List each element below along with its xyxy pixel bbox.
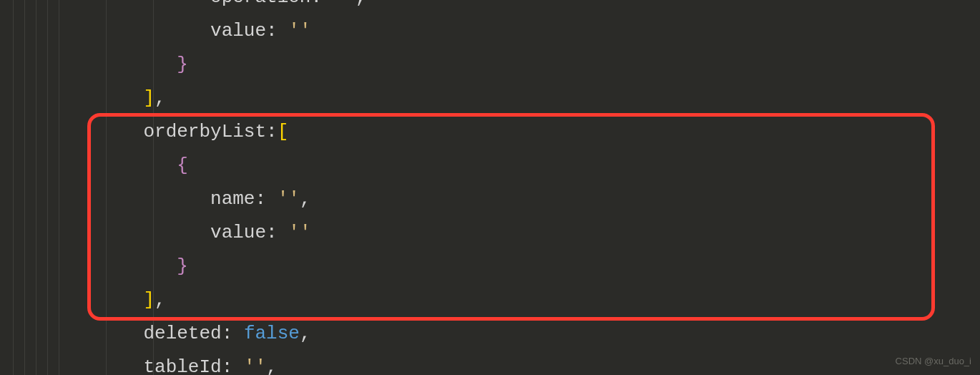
token-string: '' (278, 188, 300, 210)
code-line[interactable]: } (43, 250, 980, 283)
token-string: '' (333, 0, 356, 8)
code-line[interactable]: { (43, 149, 980, 182)
code-line[interactable]: operation: '', (43, 0, 980, 14)
code-line[interactable]: value: '' (43, 216, 980, 250)
token-punct: : (266, 20, 288, 42)
code-line[interactable]: ], (43, 283, 980, 317)
token-punct: : (222, 323, 244, 344)
token-punct: : (255, 188, 277, 210)
token-brace: { (177, 155, 188, 176)
token-punct: , (155, 87, 166, 109)
token-punct: , (155, 289, 166, 311)
token-punct: : (266, 222, 288, 243)
token-prop: value (210, 20, 266, 42)
code-editor[interactable]: operation: '', value: '' } ], orderbyLis… (0, 0, 980, 375)
token-prop: deleted (143, 323, 221, 344)
token-string: '' (288, 222, 310, 243)
code-line[interactable]: tableId: '', (43, 351, 980, 375)
token-punct: , (266, 356, 278, 375)
code-line[interactable]: orderbyList:[ (43, 115, 980, 149)
token-sqbracket: [ (278, 121, 289, 142)
code-line[interactable]: deleted: false, (43, 317, 980, 351)
token-punct: , (356, 0, 367, 8)
token-brace: } (177, 54, 188, 75)
token-brace: } (177, 255, 188, 277)
token-string: '' (244, 356, 266, 375)
token-prop: value (210, 222, 266, 243)
token-punct: , (300, 323, 311, 344)
token-prop: name (210, 188, 255, 210)
token-sqbracket: ] (143, 289, 155, 311)
token-punct: : (222, 356, 244, 375)
token-punct: , (300, 188, 311, 210)
token-prop: orderbyList (143, 121, 266, 142)
token-punct: : (266, 121, 278, 142)
code-line[interactable]: } (43, 48, 980, 82)
token-sqbracket: ] (143, 87, 155, 109)
code-line[interactable]: name: '', (43, 182, 980, 216)
token-punct: : (310, 0, 333, 8)
code-line[interactable]: value: '' (43, 14, 980, 48)
token-bool: false (244, 323, 300, 344)
token-prop: tableId (143, 356, 221, 375)
watermark: CSDN @xu_duo_i (896, 353, 971, 369)
token-prop: operation (210, 0, 310, 8)
token-string: '' (288, 20, 310, 42)
code-line[interactable]: ], (43, 82, 980, 115)
